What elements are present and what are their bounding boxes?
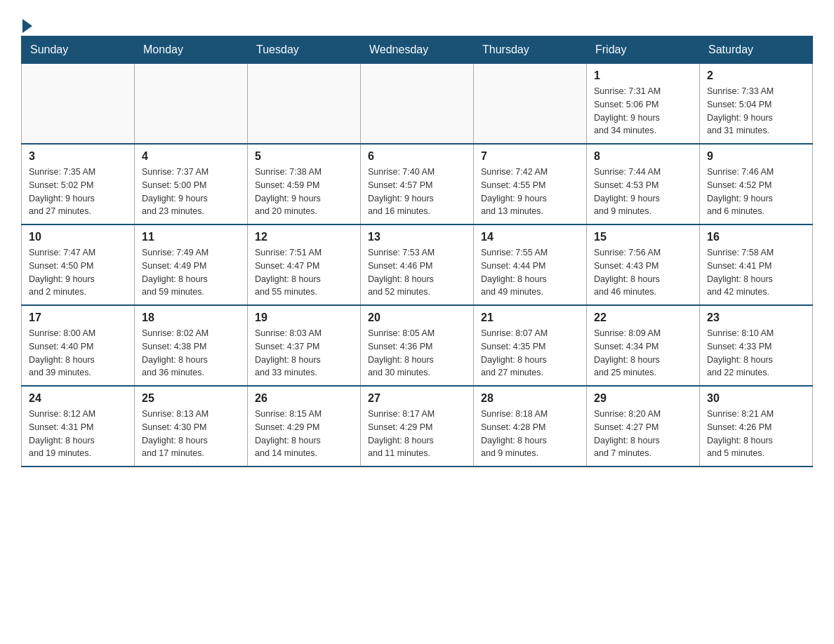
day-of-week-header: Monday xyxy=(135,36,248,64)
day-of-week-header: Saturday xyxy=(700,36,813,64)
day-info: Sunrise: 7:49 AM Sunset: 4:49 PM Dayligh… xyxy=(142,246,240,299)
logo xyxy=(21,14,32,29)
calendar-table: SundayMondayTuesdayWednesdayThursdayFrid… xyxy=(21,36,813,467)
day-number: 14 xyxy=(481,231,579,243)
calendar-day-cell: 20Sunrise: 8:05 AM Sunset: 4:36 PM Dayli… xyxy=(361,305,474,386)
calendar-week-row: 1Sunrise: 7:31 AM Sunset: 5:06 PM Daylig… xyxy=(22,64,813,145)
day-number: 24 xyxy=(29,392,127,405)
day-info: Sunrise: 7:42 AM Sunset: 4:55 PM Dayligh… xyxy=(481,166,579,218)
calendar-day-cell: 12Sunrise: 7:51 AM Sunset: 4:47 PM Dayli… xyxy=(248,224,361,305)
day-number: 23 xyxy=(707,311,805,324)
calendar-day-cell xyxy=(248,64,361,145)
day-info: Sunrise: 7:35 AM Sunset: 5:02 PM Dayligh… xyxy=(29,166,127,218)
day-info: Sunrise: 8:10 AM Sunset: 4:33 PM Dayligh… xyxy=(707,327,805,380)
calendar-day-cell: 26Sunrise: 8:15 AM Sunset: 4:29 PM Dayli… xyxy=(248,386,361,467)
calendar-week-row: 10Sunrise: 7:47 AM Sunset: 4:50 PM Dayli… xyxy=(22,224,813,305)
day-info: Sunrise: 7:55 AM Sunset: 4:44 PM Dayligh… xyxy=(481,246,579,299)
calendar-day-cell: 29Sunrise: 8:20 AM Sunset: 4:27 PM Dayli… xyxy=(587,386,700,467)
day-info: Sunrise: 8:05 AM Sunset: 4:36 PM Dayligh… xyxy=(368,327,466,380)
calendar-day-cell: 4Sunrise: 7:37 AM Sunset: 5:00 PM Daylig… xyxy=(135,144,248,224)
calendar-day-cell: 11Sunrise: 7:49 AM Sunset: 4:49 PM Dayli… xyxy=(135,224,248,305)
day-info: Sunrise: 8:13 AM Sunset: 4:30 PM Dayligh… xyxy=(142,408,240,460)
calendar-week-row: 24Sunrise: 8:12 AM Sunset: 4:31 PM Dayli… xyxy=(22,386,813,467)
day-of-week-header: Sunday xyxy=(22,36,135,64)
day-info: Sunrise: 7:56 AM Sunset: 4:43 PM Dayligh… xyxy=(594,246,692,299)
day-number: 19 xyxy=(255,311,353,324)
day-number: 7 xyxy=(481,150,579,163)
calendar-day-cell: 9Sunrise: 7:46 AM Sunset: 4:52 PM Daylig… xyxy=(700,144,813,224)
day-info: Sunrise: 8:21 AM Sunset: 4:26 PM Dayligh… xyxy=(707,408,805,460)
day-info: Sunrise: 7:33 AM Sunset: 5:04 PM Dayligh… xyxy=(707,85,805,137)
day-number: 10 xyxy=(29,231,127,243)
calendar-day-cell: 22Sunrise: 8:09 AM Sunset: 4:34 PM Dayli… xyxy=(587,305,700,386)
calendar-day-cell: 21Sunrise: 8:07 AM Sunset: 4:35 PM Dayli… xyxy=(474,305,587,386)
calendar-day-cell: 15Sunrise: 7:56 AM Sunset: 4:43 PM Dayli… xyxy=(587,224,700,305)
day-number: 30 xyxy=(707,392,805,405)
day-info: Sunrise: 7:37 AM Sunset: 5:00 PM Dayligh… xyxy=(142,166,240,218)
day-number: 2 xyxy=(707,69,805,82)
calendar-day-cell: 19Sunrise: 8:03 AM Sunset: 4:37 PM Dayli… xyxy=(248,305,361,386)
calendar-day-cell: 24Sunrise: 8:12 AM Sunset: 4:31 PM Dayli… xyxy=(22,386,135,467)
day-info: Sunrise: 7:47 AM Sunset: 4:50 PM Dayligh… xyxy=(29,246,127,299)
day-number: 25 xyxy=(142,392,240,405)
day-number: 29 xyxy=(594,392,692,405)
day-number: 9 xyxy=(707,150,805,163)
calendar-day-cell xyxy=(22,64,135,145)
day-number: 27 xyxy=(368,392,466,405)
calendar-header-row: SundayMondayTuesdayWednesdayThursdayFrid… xyxy=(22,36,813,64)
day-number: 12 xyxy=(255,231,353,243)
day-number: 1 xyxy=(594,69,692,82)
calendar-day-cell: 14Sunrise: 7:55 AM Sunset: 4:44 PM Dayli… xyxy=(474,224,587,305)
calendar-day-cell: 13Sunrise: 7:53 AM Sunset: 4:46 PM Dayli… xyxy=(361,224,474,305)
calendar-day-cell: 5Sunrise: 7:38 AM Sunset: 4:59 PM Daylig… xyxy=(248,144,361,224)
calendar-day-cell: 27Sunrise: 8:17 AM Sunset: 4:29 PM Dayli… xyxy=(361,386,474,467)
day-number: 15 xyxy=(594,231,692,243)
day-number: 16 xyxy=(707,231,805,243)
day-number: 20 xyxy=(368,311,466,324)
day-number: 11 xyxy=(142,231,240,243)
calendar-day-cell xyxy=(361,64,474,145)
page-header xyxy=(21,14,813,29)
calendar-day-cell: 25Sunrise: 8:13 AM Sunset: 4:30 PM Dayli… xyxy=(135,386,248,467)
calendar-day-cell xyxy=(135,64,248,145)
day-number: 6 xyxy=(368,150,466,163)
day-number: 22 xyxy=(594,311,692,324)
day-number: 21 xyxy=(481,311,579,324)
day-number: 4 xyxy=(142,150,240,163)
day-number: 26 xyxy=(255,392,353,405)
calendar-day-cell: 23Sunrise: 8:10 AM Sunset: 4:33 PM Dayli… xyxy=(700,305,813,386)
calendar-day-cell: 28Sunrise: 8:18 AM Sunset: 4:28 PM Dayli… xyxy=(474,386,587,467)
day-info: Sunrise: 8:15 AM Sunset: 4:29 PM Dayligh… xyxy=(255,408,353,460)
day-info: Sunrise: 7:31 AM Sunset: 5:06 PM Dayligh… xyxy=(594,85,692,137)
day-of-week-header: Wednesday xyxy=(361,36,474,64)
calendar-day-cell: 7Sunrise: 7:42 AM Sunset: 4:55 PM Daylig… xyxy=(474,144,587,224)
day-number: 5 xyxy=(255,150,353,163)
day-info: Sunrise: 8:18 AM Sunset: 4:28 PM Dayligh… xyxy=(481,408,579,460)
calendar-day-cell: 30Sunrise: 8:21 AM Sunset: 4:26 PM Dayli… xyxy=(700,386,813,467)
calendar-day-cell: 16Sunrise: 7:58 AM Sunset: 4:41 PM Dayli… xyxy=(700,224,813,305)
day-info: Sunrise: 7:51 AM Sunset: 4:47 PM Dayligh… xyxy=(255,246,353,299)
day-number: 8 xyxy=(594,150,692,163)
day-info: Sunrise: 8:07 AM Sunset: 4:35 PM Dayligh… xyxy=(481,327,579,380)
day-number: 13 xyxy=(368,231,466,243)
day-number: 18 xyxy=(142,311,240,324)
day-info: Sunrise: 7:38 AM Sunset: 4:59 PM Dayligh… xyxy=(255,166,353,218)
calendar-day-cell: 18Sunrise: 8:02 AM Sunset: 4:38 PM Dayli… xyxy=(135,305,248,386)
day-info: Sunrise: 7:46 AM Sunset: 4:52 PM Dayligh… xyxy=(707,166,805,218)
day-info: Sunrise: 7:40 AM Sunset: 4:57 PM Dayligh… xyxy=(368,166,466,218)
day-of-week-header: Tuesday xyxy=(248,36,361,64)
calendar-week-row: 17Sunrise: 8:00 AM Sunset: 4:40 PM Dayli… xyxy=(22,305,813,386)
day-number: 28 xyxy=(481,392,579,405)
day-info: Sunrise: 8:09 AM Sunset: 4:34 PM Dayligh… xyxy=(594,327,692,380)
day-of-week-header: Friday xyxy=(587,36,700,64)
calendar-day-cell: 6Sunrise: 7:40 AM Sunset: 4:57 PM Daylig… xyxy=(361,144,474,224)
calendar-day-cell: 2Sunrise: 7:33 AM Sunset: 5:04 PM Daylig… xyxy=(700,64,813,145)
day-info: Sunrise: 8:20 AM Sunset: 4:27 PM Dayligh… xyxy=(594,408,692,460)
calendar-day-cell: 10Sunrise: 7:47 AM Sunset: 4:50 PM Dayli… xyxy=(22,224,135,305)
day-info: Sunrise: 7:53 AM Sunset: 4:46 PM Dayligh… xyxy=(368,246,466,299)
day-info: Sunrise: 7:44 AM Sunset: 4:53 PM Dayligh… xyxy=(594,166,692,218)
logo-arrow-icon xyxy=(22,19,32,33)
calendar-week-row: 3Sunrise: 7:35 AM Sunset: 5:02 PM Daylig… xyxy=(22,144,813,224)
calendar-day-cell: 17Sunrise: 8:00 AM Sunset: 4:40 PM Dayli… xyxy=(22,305,135,386)
calendar-day-cell: 1Sunrise: 7:31 AM Sunset: 5:06 PM Daylig… xyxy=(587,64,700,145)
